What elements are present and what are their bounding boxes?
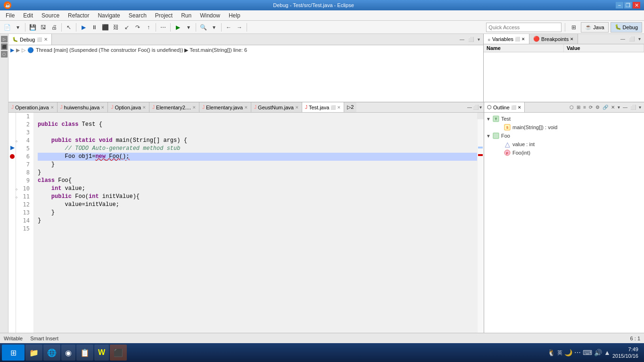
menu-help[interactable]: Help bbox=[225, 11, 244, 20]
tab-close-option[interactable]: ✕ bbox=[142, 105, 146, 110]
toolbar-step-over[interactable]: ↷ bbox=[132, 22, 143, 33]
editor-tab-geust[interactable]: J GeustNum.java ✕ bbox=[251, 102, 302, 112]
toolbar-dropdown[interactable]: ▾ bbox=[13, 22, 23, 33]
debug-perspective-btn[interactable]: 🐛 Debug bbox=[611, 22, 642, 33]
tray-volume[interactable]: 🔊 bbox=[594, 349, 602, 356]
tab-close-hui[interactable]: ✕ bbox=[101, 105, 105, 110]
editor-tab-hui[interactable]: J huiwenshu.java ✕ bbox=[58, 102, 108, 112]
outline-ctrl-7[interactable]: ✕ bbox=[610, 105, 616, 110]
close-button[interactable]: ✕ bbox=[633, 2, 640, 8]
toolbar-debug-resume[interactable]: ▶ bbox=[78, 22, 89, 33]
outline-menu[interactable]: ▾ bbox=[638, 105, 642, 110]
tray-qq[interactable]: 🐧 bbox=[547, 349, 555, 356]
menu-search[interactable]: Search bbox=[125, 11, 150, 20]
debug-tab[interactable]: 🐛 Debug ⬜ ✕ bbox=[8, 34, 52, 45]
editor-maximize[interactable]: ⬜ bbox=[473, 105, 479, 110]
expand-test[interactable]: ▼ bbox=[486, 116, 491, 122]
editor-tab-overflow[interactable]: ▷2 bbox=[344, 102, 356, 112]
menu-run[interactable]: Run bbox=[177, 11, 195, 20]
menu-source[interactable]: Source bbox=[38, 11, 63, 20]
outline-ctrl-8[interactable]: ▾ bbox=[617, 105, 621, 110]
toolbar-debug-stop[interactable]: ⬛ bbox=[100, 22, 110, 33]
editor-minimize[interactable]: — bbox=[467, 105, 472, 110]
toolbar-disconnect[interactable]: ⛓ bbox=[111, 22, 121, 33]
menu-refactor[interactable]: Refactor bbox=[64, 11, 93, 20]
outline-item-main[interactable]: S main(String[]) : void bbox=[484, 123, 644, 132]
left-strip-btn3[interactable]: ⬡ bbox=[1, 51, 8, 58]
left-strip-btn1[interactable]: ▷ bbox=[1, 36, 8, 42]
outline-item-value[interactable]: △ value : int bbox=[484, 140, 644, 148]
code-content[interactable]: public class Test { public static void m… bbox=[34, 113, 477, 333]
toolbar-run-dropdown[interactable]: ▾ bbox=[183, 22, 194, 33]
taskbar-clock[interactable]: 7:49 2015/10/16 bbox=[612, 346, 638, 359]
debug-menu[interactable]: ▾ bbox=[476, 36, 481, 42]
tab-close-elem[interactable]: ✕ bbox=[244, 105, 248, 110]
toolbar-debug-pause[interactable]: ⏸ bbox=[89, 22, 99, 33]
vars-tab-close[interactable]: ✕ bbox=[521, 37, 525, 41]
taskbar-app5[interactable]: W bbox=[94, 345, 109, 361]
taskbar-explorer[interactable]: 📁 bbox=[25, 345, 42, 361]
toolbar-open-persp[interactable]: ⊞ bbox=[569, 22, 579, 33]
start-button[interactable]: ⊞ bbox=[2, 345, 25, 361]
outline-ctrl-2[interactable]: ⊞ bbox=[576, 105, 581, 110]
toolbar-save-all[interactable]: 🖫 bbox=[38, 22, 49, 33]
bp-tab-close[interactable]: ✕ bbox=[570, 37, 574, 41]
editor-tab-operation[interactable]: J Operation.java ✕ bbox=[8, 102, 58, 112]
editor-scroll-container[interactable]: ▶ 1 2 3 4 5 6 7 bbox=[8, 113, 477, 333]
restore-button[interactable]: ❐ bbox=[624, 2, 632, 8]
debug-minimize[interactable]: — bbox=[458, 36, 466, 42]
outline-ctrl-3[interactable]: ≡ bbox=[582, 105, 587, 110]
tray-lang[interactable]: 英 bbox=[557, 349, 562, 356]
editor-tab-option[interactable]: J Option.java ✕ bbox=[108, 102, 149, 112]
toolbar-new[interactable]: 📄 bbox=[2, 22, 12, 33]
menu-navigate[interactable]: Navigate bbox=[94, 11, 124, 20]
outline-ctrl-1[interactable]: ⬡ bbox=[569, 105, 575, 110]
toolbar-print[interactable]: 🖨 bbox=[49, 22, 59, 33]
toolbar-save[interactable]: 💾 bbox=[27, 22, 38, 33]
outline-ctrl-5[interactable]: ⚙ bbox=[594, 105, 601, 110]
taskbar-ie[interactable]: 🌐 bbox=[43, 345, 60, 361]
taskbar-eclipse[interactable]: ⬛ bbox=[110, 345, 127, 361]
taskbar-app3[interactable]: ◉ bbox=[61, 345, 75, 361]
taskbar-app4[interactable]: 📋 bbox=[76, 345, 93, 361]
editor-tab-test[interactable]: J Test.java ⬜ ✕ bbox=[302, 102, 344, 112]
toolbar-run-btn[interactable]: ▶ bbox=[173, 22, 183, 33]
tray-expand[interactable]: ▲ bbox=[604, 349, 611, 356]
toolbar-search2[interactable]: 🔍 bbox=[198, 22, 208, 33]
editor-menu[interactable]: ▾ bbox=[479, 105, 482, 110]
breakpoints-tab[interactable]: 🔴 Breakpoints ✕ bbox=[529, 34, 578, 44]
minimize-button[interactable]: − bbox=[616, 2, 623, 8]
menu-file[interactable]: File bbox=[2, 11, 18, 20]
toolbar-step-return[interactable]: ↑ bbox=[143, 22, 154, 33]
vars-minimize[interactable]: — bbox=[619, 36, 627, 42]
tab-close-geust[interactable]: ✕ bbox=[295, 105, 299, 110]
tab-close-elem2[interactable]: ✕ bbox=[192, 105, 196, 110]
variables-tab[interactable]: ⬦ Variables ⬜ ✕ bbox=[484, 34, 529, 44]
toolbar-step-into[interactable]: ↙ bbox=[122, 22, 132, 33]
outline-tab-close[interactable]: ✕ bbox=[518, 105, 521, 110]
tab-close-test[interactable]: ✕ bbox=[337, 105, 341, 110]
vars-menu[interactable]: ▾ bbox=[637, 36, 642, 42]
outline-minimize[interactable]: — bbox=[622, 105, 628, 110]
debug-thread-row[interactable]: ▶ ▶ ▷ 🔵 Thread [main] (Suspended (The co… bbox=[10, 46, 481, 54]
vars-maximize[interactable]: ⬜ bbox=[627, 36, 636, 42]
outline-ctrl-4[interactable]: ⟳ bbox=[588, 105, 594, 110]
menu-edit[interactable]: Edit bbox=[19, 11, 37, 20]
tab-close-operation[interactable]: ✕ bbox=[50, 105, 54, 110]
outline-ctrl-6[interactable]: 🔗 bbox=[602, 105, 609, 110]
menu-project[interactable]: Project bbox=[151, 11, 176, 20]
outline-maximize[interactable]: ⬜ bbox=[629, 105, 637, 110]
outline-tab[interactable]: ⬡ Outline ⬜ ✕ bbox=[484, 102, 525, 112]
outline-item-test[interactable]: ▼ T Test bbox=[484, 115, 644, 123]
debug-maximize[interactable]: ⬜ bbox=[467, 36, 475, 42]
menu-window[interactable]: Window bbox=[196, 11, 224, 20]
outline-item-fooconstructor[interactable]: F Foo(int) bbox=[484, 148, 644, 157]
editor-tab-elem2[interactable]: J Elementary2.... ✕ bbox=[149, 102, 199, 112]
toolbar-more[interactable]: ⋯ bbox=[158, 22, 168, 33]
toolbar-cursor[interactable]: ↖ bbox=[64, 22, 74, 33]
editor-tab-elem[interactable]: J Elementary.java ✕ bbox=[199, 102, 251, 112]
toolbar-back[interactable]: ← bbox=[223, 22, 234, 33]
debug-tab-close[interactable]: ✕ bbox=[44, 37, 48, 42]
java-perspective-btn[interactable]: ☕ Java bbox=[581, 22, 608, 33]
quickaccess-input[interactable] bbox=[486, 23, 561, 32]
